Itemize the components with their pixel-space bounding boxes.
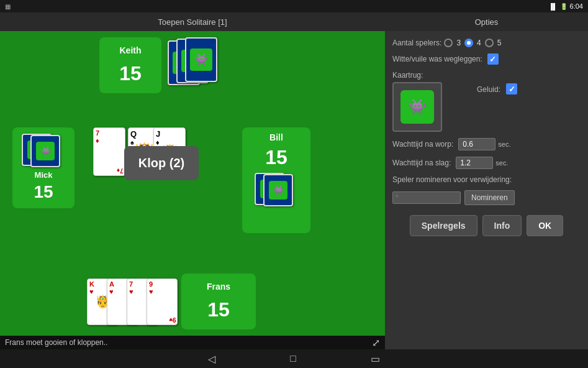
card-7-diamonds: 7 ♦ 7♦ (93, 127, 125, 176)
mick-cards: 👾 👾 (22, 134, 65, 168)
geluid-checkbox[interactable]: ✓ (506, 83, 517, 94)
radio-5-label: 5 (497, 39, 502, 47)
bill-score: 15 (265, 146, 287, 169)
mick-score: 15 (34, 182, 53, 202)
game-title: Toepen Solitaire [1] (158, 17, 227, 27)
bottom-status-bar: Frans moet gooien of kloppen.. ⤢ (0, 336, 385, 349)
witte-vuile-checkbox[interactable]: ✓ (487, 53, 499, 65)
radio-5[interactable] (485, 39, 494, 47)
mick-name: Mick (35, 170, 53, 180)
bill-player-box: Bill 15 👾 👾 (242, 127, 310, 233)
wachttijd-slag-row: Wachttijd na slag: sec. (392, 157, 581, 169)
game-area: Keith 15 👾 👾 👾 👾 👾 (0, 31, 385, 343)
keith-cards: 👾 👾 👾 (168, 37, 217, 84)
navigation-bar: ◁ □ ▭ (0, 349, 588, 368)
kaartrug-geluid-row: Kaartrug: 👾 Geluid: ✓ (392, 71, 581, 132)
bill-monster-2: 👾 (269, 181, 287, 200)
klop-label: Klop (2) (138, 156, 184, 170)
options-title-bar: Opties (385, 12, 588, 31)
status-left-icons: ▦ (5, 3, 11, 10)
frans-name: Frans (207, 282, 230, 292)
info-button[interactable]: Info (482, 215, 522, 236)
keith-player-box: Keith 15 (99, 37, 161, 93)
clock: 6:04 (570, 2, 583, 10)
nomineer-button[interactable]: Nomineren (464, 190, 515, 205)
sec-label-slag: sec. (495, 159, 508, 167)
bill-name: Bill (269, 132, 283, 142)
geluid-label: Geluid: (477, 85, 500, 94)
klop-button[interactable]: Klop (2) (124, 146, 199, 180)
battery-icon: 🔋 (560, 3, 568, 10)
monster-icon-3: 👾 (190, 48, 212, 71)
app-icon: ▦ (5, 3, 11, 10)
status-right-icons: ▐▌ 🔋 6:04 (548, 2, 583, 10)
players-count-row: Aantal spelers: 3 4 5 (392, 39, 581, 47)
back-button[interactable]: ◁ (208, 353, 215, 365)
radio-3-label: 3 (456, 39, 461, 47)
sec-label-worp: sec. (498, 140, 510, 148)
frans-player-box: Frans 15 (181, 274, 256, 329)
mick-area: 👾 👾 Mick 15 (12, 127, 75, 208)
card-9-hearts: 9 ♥ 9♥ (147, 278, 178, 325)
fullscreen-button[interactable]: ⤢ (372, 337, 380, 349)
wachttijd-slag-input[interactable] (456, 157, 493, 169)
card-back-3: 👾 (185, 37, 217, 82)
radio-4-label: 4 (477, 39, 481, 47)
kaartrug-monster: 👾 (400, 90, 434, 124)
frans-area: K ♥ 🤴 A ♥ A♥ 7 ♥ 7♥ 9 ♥ 9♥ Frans 15 (87, 274, 256, 329)
keith-area: Keith 15 👾 👾 👾 (99, 37, 217, 93)
nomineer-label-row: Speler nomineren voor verwijdering: (392, 175, 581, 184)
home-button[interactable]: □ (290, 353, 296, 364)
status-bar: ▦ ▐▌ 🔋 6:04 (0, 0, 588, 12)
wachttijd-worp-label: Wachttijd na worp: (392, 140, 453, 149)
frans-score: 15 (207, 298, 230, 321)
recent-button[interactable]: ▭ (371, 353, 380, 365)
geluid-section: Geluid: ✓ (477, 83, 517, 94)
kaartrug-label: Kaartrug: (392, 71, 423, 80)
game-title-bar: Toepen Solitaire [1] (0, 12, 385, 31)
spelregels-button[interactable]: Spelregels (410, 215, 477, 236)
radio-4[interactable] (464, 39, 473, 47)
witte-vuile-row: Witte/vuile was wegleggen: ✓ (392, 53, 581, 65)
options-title: Opties (475, 17, 499, 27)
bill-area: Bill 15 👾 👾 (242, 127, 310, 233)
signal-icon: ▐▌ (548, 3, 557, 10)
frans-cards: K ♥ 🤴 A ♥ A♥ 7 ♥ 7♥ 9 ♥ 9♥ (87, 278, 178, 325)
bill-cards: 👾 👾 (255, 173, 298, 207)
mick-monster-2: 👾 (36, 142, 55, 160)
radio-group-players[interactable]: 3 4 5 (444, 39, 501, 47)
mick-player-box: 👾 👾 Mick 15 (12, 127, 75, 208)
status-message: Frans moet gooien of kloppen.. (5, 338, 107, 347)
wachttijd-worp-row: Wachttijd na worp: sec. (392, 138, 581, 150)
nomineer-label: Speler nomineren voor verwijdering: (392, 175, 512, 184)
mick-card-2: 👾 (30, 135, 60, 167)
kaartrug-selector[interactable]: 👾 (392, 82, 442, 132)
radio-3[interactable] (444, 39, 453, 47)
nomineer-input-row: Nomineren (392, 190, 581, 205)
bill-card-2: 👾 (263, 174, 293, 206)
nomineer-input[interactable] (392, 191, 461, 204)
players-count-label: Aantal spelers: (392, 39, 441, 47)
wachttijd-worp-input[interactable] (458, 138, 495, 150)
options-panel: Aantal spelers: 3 4 5 Witte/vuile was we… (385, 31, 588, 349)
keith-score: 15 (119, 62, 142, 85)
ok-button[interactable]: OK (527, 215, 563, 236)
kaartrug-section: Kaartrug: 👾 (392, 71, 467, 132)
keith-name: Keith (120, 45, 142, 55)
bottom-buttons: Spelregels Info OK (392, 215, 581, 236)
wachttijd-slag-label: Wachttijd na slag: (392, 159, 451, 167)
witte-vuile-label: Witte/vuile was wegleggen: (392, 55, 482, 63)
